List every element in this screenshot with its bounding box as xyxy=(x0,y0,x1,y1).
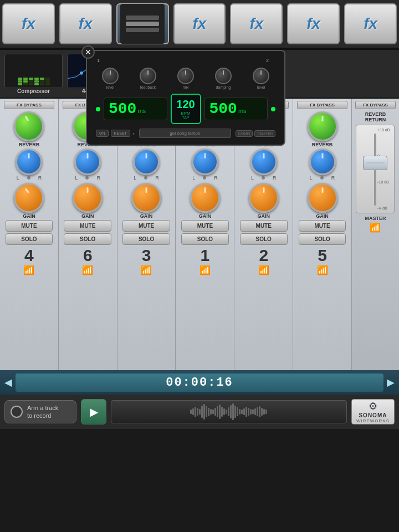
l-label-ch3: L xyxy=(134,175,136,181)
mute-button-ch5[interactable]: MUTE xyxy=(299,220,346,232)
waveform-bar xyxy=(237,407,238,416)
solo-button-ch1[interactable]: SOLO xyxy=(181,233,229,245)
timeline-time-display[interactable]: 00:00:16 xyxy=(16,374,383,392)
mute-button-ch4[interactable]: MUTE xyxy=(6,220,53,232)
fx-bypass-ch5[interactable]: FX BYPASS xyxy=(297,101,347,109)
reverb-knob-ch4[interactable] xyxy=(14,111,44,141)
on-button[interactable]: ON xyxy=(96,130,109,137)
send-knob-ch2[interactable] xyxy=(250,149,277,175)
reset-button[interactable]: RESET xyxy=(111,130,130,137)
play-button[interactable]: ▶ xyxy=(81,399,106,424)
knob-feedback: feedback xyxy=(140,68,156,89)
knob-indicator-ch4-gain xyxy=(25,188,30,193)
level1-knob[interactable] xyxy=(102,68,119,84)
master-fader-handle[interactable] xyxy=(363,156,387,170)
gain-knob-group-ch6: GAIN xyxy=(73,183,103,219)
delay-bottom-controls: ON RESET ● get song tempo G/DMIN RELAYER xyxy=(91,126,280,140)
send-knob-ch5[interactable] xyxy=(309,149,336,175)
gain-label-ch3: GAIN xyxy=(140,213,153,219)
plugin-close-button[interactable]: ✕ xyxy=(81,45,95,59)
master-channel: FX BYPASS REVERBRETURN +18 dB 0 -18 dB -… xyxy=(352,99,399,370)
solo-button-ch3[interactable]: SOLO xyxy=(122,233,170,245)
knob-indicator-ch1-send xyxy=(204,153,206,158)
gain-knob-ch6[interactable] xyxy=(73,183,103,213)
channel-number-ch6: 6 xyxy=(83,247,93,264)
fx-display-line-2 xyxy=(126,22,159,26)
mute-button-ch1[interactable]: MUTE xyxy=(181,220,229,232)
solo-button-ch4[interactable]: SOLO xyxy=(6,233,53,245)
feedback-knob[interactable] xyxy=(140,68,156,84)
fx-button-5[interactable]: fx xyxy=(230,3,283,44)
timeline-prev-button[interactable]: ◀ xyxy=(4,376,12,388)
channel-strip-4: FX BYPASS REVERB L R GAIN MUTE SOLO 4 xyxy=(0,99,59,370)
fx-button-6[interactable]: fx xyxy=(287,3,340,44)
send-knob-ch1[interactable] xyxy=(192,149,218,175)
l-label-ch6: L xyxy=(75,175,78,181)
get-tempo-button[interactable]: get song tempo xyxy=(139,129,231,138)
compressor-strip[interactable]: Compressor xyxy=(4,54,63,94)
level2-knob[interactable] xyxy=(253,68,269,84)
delay-indicator-2 xyxy=(271,107,275,111)
delay-bpm-display[interactable]: 120 BPM TAP xyxy=(171,94,201,124)
waveform-bar xyxy=(261,408,263,416)
fx-bypass-master[interactable]: FX BYPASS xyxy=(355,101,396,109)
fx-button-4[interactable]: fx xyxy=(173,3,226,44)
send-knob-ch6[interactable] xyxy=(74,149,101,175)
gain-knob-group-ch3: GAIN xyxy=(131,183,161,219)
send-knob-group-ch1: L R xyxy=(192,149,218,182)
lr-row-ch1: L R xyxy=(192,175,218,181)
fx-button-1[interactable]: fx xyxy=(2,3,55,44)
waveform-bar xyxy=(190,410,192,414)
gain-knob-group-ch1: GAIN xyxy=(190,183,220,219)
waveform-bar xyxy=(195,407,196,417)
send-knob-ch4[interactable] xyxy=(16,149,42,175)
wifi-icon-ch4: 📶 xyxy=(23,265,34,275)
fx-bypass-ch4[interactable]: FX BYPASS xyxy=(4,101,54,109)
gain-label-ch5: GAIN xyxy=(316,213,329,219)
gain-knob-ch4[interactable] xyxy=(14,183,44,213)
lr-dot-ch1 xyxy=(203,176,206,180)
master-label: MASTER xyxy=(365,216,386,221)
fx-button-3-active[interactable] xyxy=(116,3,169,44)
channel-number-ch5: 5 xyxy=(318,247,327,264)
gain-knob-ch5[interactable] xyxy=(308,183,337,213)
reverb-knob-ch5[interactable] xyxy=(308,111,337,141)
fx-label-4: fx xyxy=(193,15,207,33)
solo-button-ch5[interactable]: SOLO xyxy=(299,233,346,245)
gain-knob-ch3[interactable] xyxy=(131,183,161,213)
relayer-button[interactable]: RELAYER xyxy=(254,130,275,137)
waveform-bar xyxy=(248,408,249,416)
knob-indicator-ch3-send xyxy=(146,153,147,158)
timeline-bar: ◀ 00:00:16 ▶ xyxy=(0,370,399,395)
play-icon: ▶ xyxy=(90,405,98,418)
lr-row-ch2: L R xyxy=(251,175,277,181)
knob-indicator-ch2-gain xyxy=(263,187,264,193)
gdmin-button[interactable]: G/DMIN xyxy=(236,130,253,137)
mix-knob[interactable] xyxy=(177,68,194,84)
mute-button-ch3[interactable]: MUTE xyxy=(122,220,170,232)
fx-button-7[interactable]: fx xyxy=(344,3,397,44)
gain-knob-ch1[interactable] xyxy=(190,183,220,213)
lr-row-ch6: L R xyxy=(75,175,100,181)
mute-button-ch2[interactable]: MUTE xyxy=(240,220,288,232)
knob-indicator-ch4-send xyxy=(28,153,30,158)
damping-knob[interactable] xyxy=(215,68,232,84)
fx-button-2[interactable]: fx xyxy=(59,3,112,44)
timeline-next-button[interactable]: ▶ xyxy=(387,376,395,388)
delay-time-value-2: 500 xyxy=(209,100,237,117)
send-knob-group-ch3: L R xyxy=(133,149,160,182)
channel-number-ch3: 3 xyxy=(142,247,151,264)
solo-button-ch6[interactable]: SOLO xyxy=(64,233,111,245)
fader-scale-bottom: -∞ dB xyxy=(377,206,390,210)
waveform-bar xyxy=(208,408,209,416)
mute-button-ch6[interactable]: MUTE xyxy=(64,220,111,232)
l-label-ch5: L xyxy=(310,175,313,181)
send-knob-ch3[interactable] xyxy=(133,149,160,175)
arm-track-button[interactable]: Arm a trackto record xyxy=(4,400,76,424)
delay-time-display-2[interactable]: 500 ms xyxy=(204,98,268,120)
delay-time-display-1[interactable]: 500 ms xyxy=(104,98,167,120)
waveform-bar xyxy=(230,405,232,418)
solo-button-ch2[interactable]: SOLO xyxy=(240,233,288,245)
gain-knob-ch2[interactable] xyxy=(249,183,279,213)
waveform-bar xyxy=(197,408,198,416)
